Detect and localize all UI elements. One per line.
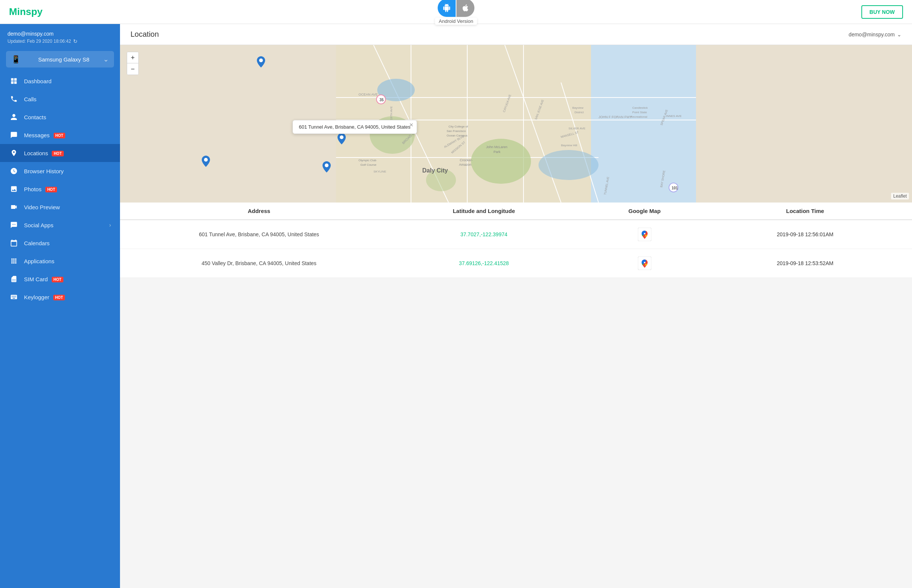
android-tab[interactable]	[437, 0, 456, 17]
google-maps-icon-2	[638, 257, 651, 270]
map-popup-close[interactable]: ✕	[409, 122, 413, 128]
table-cell-time-2: 2019-09-18 12:53:52AM	[709, 260, 901, 266]
col-header-latlong: Latitude and Longitude	[387, 208, 580, 214]
leaflet-label: Leaflet	[891, 193, 909, 199]
map-popup: 601 Tunnel Ave, Brisbane, CA 94005, Unit…	[292, 120, 417, 134]
main-layout: demo@minspy.com Updated: Feb 29 2020 18:…	[0, 24, 912, 588]
svg-text:SKYLINE: SKYLINE	[373, 170, 386, 173]
sidebar-user: demo@minspy.com Updated: Feb 29 2020 18:…	[0, 24, 120, 48]
svg-text:Bayview Hill: Bayview Hill	[561, 144, 577, 147]
person-icon	[9, 113, 19, 121]
logo-min: Min	[9, 6, 26, 17]
svg-point-54	[325, 163, 329, 167]
os-switcher: Android Version	[435, 0, 477, 25]
sim-icon	[9, 275, 19, 283]
table-cell-map-1[interactable]	[580, 228, 709, 241]
video-icon	[9, 203, 19, 211]
table-header: Address Latitude and Longitude Google Ma…	[120, 202, 912, 220]
zoom-out-button[interactable]: −	[127, 63, 138, 74]
device-icon: 📱	[11, 55, 21, 64]
sidebar-item-calls[interactable]: Calls	[0, 90, 120, 108]
android-version-label: Android Version	[435, 18, 477, 25]
sidebar-item-label-calls: Calls	[24, 96, 111, 102]
zoom-in-button[interactable]: +	[127, 52, 138, 63]
chat-icon	[9, 131, 19, 139]
sidebar-item-label-applications: Applications	[24, 258, 111, 264]
social-chevron-icon: ›	[109, 222, 111, 228]
google-maps-icon-1	[638, 228, 651, 241]
logo-spy: spy	[26, 6, 43, 17]
sidebar-item-applications[interactable]: Applications	[0, 252, 120, 270]
map-pin-2[interactable]	[202, 156, 210, 167]
sidebar-item-contacts[interactable]: Contacts	[0, 108, 120, 126]
apple-icon	[461, 4, 470, 12]
content-header: Location demo@minspy.com ⌄	[120, 24, 912, 45]
calendar-icon	[9, 239, 19, 247]
table-cell-address-2: 450 Valley Dr, Brisbane, CA 94005, Unite…	[131, 260, 387, 266]
svg-text:Park: Park	[494, 150, 500, 154]
sidebar-updated: Updated: Feb 29 2020 18:06:42 ↻	[8, 38, 113, 44]
col-header-address: Address	[131, 208, 387, 214]
svg-text:INNES AVE: INNES AVE	[666, 115, 682, 118]
device-selector[interactable]: 📱 Samsung Galaxy S8 ⌄	[6, 51, 114, 68]
table-cell-map-2[interactable]	[580, 257, 709, 270]
sidebar-item-photos[interactable]: Photos HOT	[0, 180, 120, 198]
content-area: Location demo@minspy.com ⌄	[120, 24, 912, 588]
svg-text:Olympic Club: Olympic Club	[358, 158, 376, 162]
sidebar-item-messages[interactable]: Messages HOT	[0, 126, 120, 144]
col-header-google-map: Google Map	[580, 208, 709, 214]
map-svg: Daly City OCEAN AVE JOHN F FORAN FWY SIL…	[120, 45, 912, 202]
sidebar-item-social[interactable]: Social Apps ›	[0, 216, 120, 234]
svg-text:Daly City: Daly City	[422, 167, 448, 174]
table-row: 450 Valley Dr, Brisbane, CA 94005, Unite…	[120, 249, 912, 278]
grid-icon	[9, 77, 19, 85]
buy-now-button[interactable]: BUY NOW	[861, 5, 903, 19]
keyboard-icon	[9, 293, 19, 301]
sidebar-item-keylogger[interactable]: Keylogger HOT	[0, 288, 120, 306]
ios-tab[interactable]	[456, 0, 475, 17]
sidebar-item-label-dashboard: Dashboard	[24, 78, 111, 84]
svg-text:District: District	[575, 111, 584, 114]
map-container[interactable]: Daly City OCEAN AVE JOHN F FORAN FWY SIL…	[120, 45, 912, 202]
android-icon	[442, 4, 451, 12]
refresh-icon[interactable]: ↻	[73, 38, 77, 44]
sidebar-email: demo@minspy.com	[8, 31, 113, 37]
svg-text:City College of: City College of	[449, 125, 468, 128]
svg-text:OCEAN AVE: OCEAN AVE	[358, 93, 378, 96]
sidebar-item-calendars[interactable]: Calendars	[0, 234, 120, 252]
svg-text:Bayview: Bayview	[572, 106, 583, 110]
table-cell-latlong-1: 37.7027,-122.39974	[387, 231, 580, 237]
svg-point-52	[204, 158, 208, 162]
sidebar-item-video[interactable]: Video Preview	[0, 198, 120, 216]
svg-point-15	[539, 150, 599, 180]
svg-text:Amazon: Amazon	[459, 163, 471, 166]
hot-badge-simcard: HOT	[52, 277, 63, 283]
sidebar-item-label-video: Video Preview	[24, 204, 111, 210]
map-pin-4[interactable]	[323, 161, 331, 173]
logo: Minspy	[9, 6, 43, 18]
sidebar-item-browser[interactable]: Browser History	[0, 162, 120, 180]
sidebar-item-label-simcard: SIM Card HOT	[24, 276, 111, 283]
sidebar-item-locations[interactable]: Locations HOT	[0, 144, 120, 162]
location-icon	[9, 149, 19, 157]
sidebar: demo@minspy.com Updated: Feb 29 2020 18:…	[0, 24, 120, 588]
table-row: 601 Tunnel Ave, Brisbane, CA 94005, Unit…	[120, 220, 912, 249]
os-tabs	[437, 0, 475, 17]
sidebar-item-dashboard[interactable]: Dashboard	[0, 72, 120, 90]
user-badge[interactable]: demo@minspy.com ⌄	[849, 31, 901, 37]
svg-text:Golf Course: Golf Course	[360, 163, 376, 166]
sidebar-item-simcard[interactable]: SIM Card HOT	[0, 270, 120, 288]
hot-badge-messages: HOT	[53, 133, 65, 138]
device-chevron-icon: ⌄	[103, 55, 109, 63]
table-cell-latlong-2: 37.69126,-122.41528	[387, 260, 580, 266]
svg-text:San Francisco: San Francisco	[447, 129, 466, 133]
sidebar-item-label-messages: Messages HOT	[24, 132, 111, 138]
device-name: Samsung Galaxy S8	[38, 56, 90, 63]
sidebar-item-label-social: Social Apps	[24, 222, 109, 228]
map-pin-3[interactable]	[337, 133, 346, 144]
sidebar-item-label-browser: Browser History	[24, 168, 111, 174]
svg-text:SILVER AVE: SILVER AVE	[568, 127, 585, 130]
map-popup-text: 601 Tunnel Ave, Brisbane, CA 94005, Unit…	[299, 124, 411, 130]
map-pin-1[interactable]	[257, 56, 265, 68]
sidebar-item-label-contacts: Contacts	[24, 114, 111, 120]
